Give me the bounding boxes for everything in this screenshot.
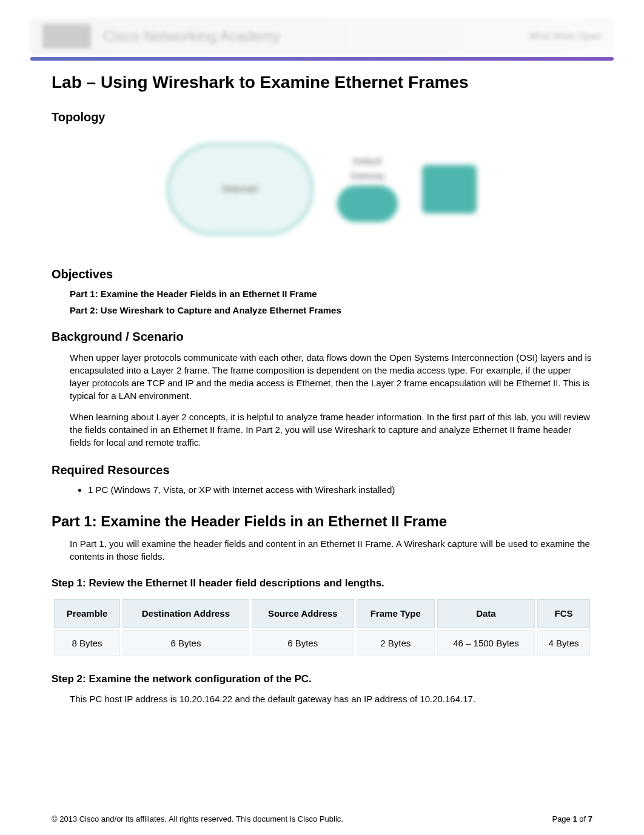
topology-diagram: Internet Default Gateway: [52, 132, 592, 253]
cloud-label: Internet: [223, 184, 258, 195]
resource-item: 1 PC (Windows 7, Vista, or XP with Inter…: [88, 485, 592, 495]
table-row: 8 Bytes 6 Bytes 6 Bytes 2 Bytes 46 – 150…: [54, 630, 590, 656]
background-para2: When learning about Layer 2 concepts, it…: [52, 411, 592, 449]
th-dest-address: Destination Address: [122, 599, 249, 628]
header-brand-text: Cisco Networking Academy: [103, 28, 529, 45]
router-icon: [337, 186, 398, 222]
main-content: Lab – Using Wireshark to Examine Etherne…: [30, 73, 614, 705]
th-fcs: FCS: [537, 599, 590, 628]
page-total: 7: [588, 814, 592, 823]
th-src-address: Source Address: [252, 599, 354, 628]
internet-cloud: Internet: [167, 144, 313, 235]
td-src-address: 6 Bytes: [252, 630, 354, 656]
td-fcs: 4 Bytes: [537, 630, 590, 656]
page-footer: © 2013 Cisco and/or its affiliates. All …: [30, 814, 614, 823]
part1-intro: In Part 1, you will examine the header f…: [52, 537, 592, 563]
resources-heading: Required Resources: [52, 463, 592, 477]
td-preamble: 8 Bytes: [54, 630, 120, 656]
step1-heading: Step 1: Review the Ethernet II header fi…: [52, 577, 592, 589]
page-header-banner: Cisco Networking Academy Mind Wide Open: [30, 18, 614, 55]
footer-copyright: © 2013 Cisco and/or its affiliates. All …: [52, 814, 343, 823]
step2-heading: Step 2: Examine the network configuratio…: [52, 673, 592, 685]
router-label-bottom: Gateway: [350, 171, 385, 181]
objectives-list: Part 1: Examine the Header Fields in an …: [52, 289, 592, 315]
td-data: 46 – 1500 Bytes: [437, 630, 535, 656]
table-header-row: Preamble Destination Address Source Addr…: [54, 599, 590, 628]
router-label-top: Default: [353, 156, 381, 166]
topology-heading: Topology: [52, 110, 592, 124]
th-frame-type: Frame Type: [357, 599, 435, 628]
background-para1: When upper layer protocols communicate w…: [52, 351, 592, 402]
th-data: Data: [437, 599, 535, 628]
th-preamble: Preamble: [54, 599, 120, 628]
td-frame-type: 2 Bytes: [357, 630, 435, 656]
header-right-text: Mind Wide Open: [529, 31, 602, 42]
objectives-heading: Objectives: [52, 267, 592, 281]
page-prefix: Page: [552, 814, 572, 823]
page-sep: of: [577, 814, 588, 823]
objective-item: Part 2: Use Wireshark to Capture and Ana…: [70, 305, 592, 315]
background-heading: Background / Scenario: [52, 330, 592, 344]
page-current: 1: [572, 814, 577, 823]
td-dest-address: 6 Bytes: [122, 630, 249, 656]
header-accent-bar: [30, 57, 614, 61]
ethernet-frame-table: Preamble Destination Address Source Addr…: [52, 597, 592, 659]
page-title: Lab – Using Wireshark to Examine Etherne…: [52, 73, 592, 92]
pc-icon: [422, 165, 477, 213]
footer-page-number: Page 1 of 7: [552, 814, 592, 823]
cisco-logo: [42, 24, 91, 49]
part1-heading: Part 1: Examine the Header Fields in an …: [52, 513, 592, 530]
objective-item: Part 1: Examine the Header Fields in an …: [70, 289, 592, 299]
router-group: Default Gateway: [337, 156, 398, 222]
resources-list: 1 PC (Windows 7, Vista, or XP with Inter…: [52, 485, 592, 495]
step2-body: This PC host IP address is 10.20.164.22 …: [52, 692, 592, 705]
